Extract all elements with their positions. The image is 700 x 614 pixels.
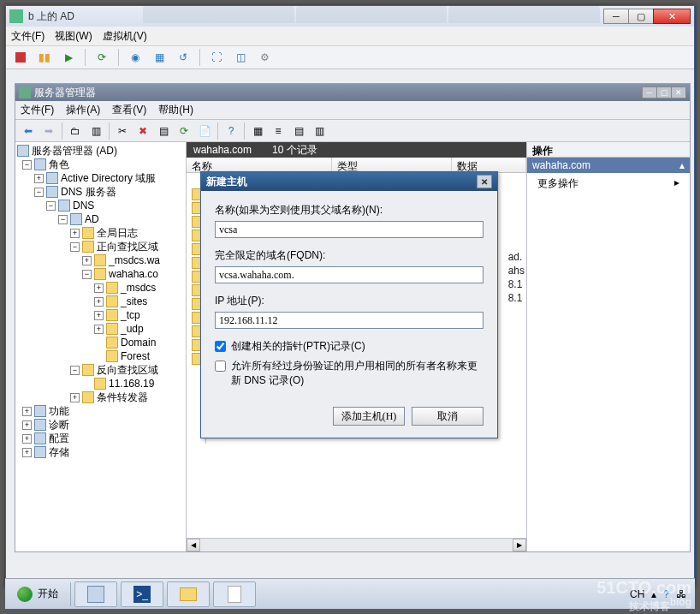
help-tray-icon[interactable]: ? [663,588,669,600]
server-icon [17,145,29,157]
expand-toggle[interactable]: + [94,297,104,307]
nav-forward-button[interactable]: ➡ [39,122,58,140]
delete-button[interactable]: ✖ [133,122,152,140]
system-tray[interactable]: CH ▴ ? 🖧 [630,588,691,600]
expand-toggle[interactable]: + [22,420,32,430]
start-button[interactable]: 开始 [9,582,67,606]
content-panel: wahaha.com 10 个记录 名称 类型 数据 ad.ahs8.18.1 … [187,142,527,551]
expand-toggle[interactable]: + [94,311,104,320]
horizontal-scrollbar[interactable]: ◀ ▶ [187,538,526,551]
expand-toggle[interactable]: − [46,201,56,211]
expand-toggle[interactable]: − [82,270,92,279]
inner-maximize-button[interactable]: ▢ [656,86,672,98]
menu-vm[interactable]: 虚拟机(V) [103,29,147,44]
scroll-right-button[interactable]: ▶ [513,539,526,551]
more-actions-item[interactable]: 更多操作▸ [527,173,690,194]
roles-icon [34,158,46,170]
expand-toggle[interactable]: + [22,448,32,457]
create-ptr-checkbox[interactable] [215,341,226,352]
actions-zone-header[interactable]: wahaha.com ▴ [527,158,690,173]
columns-button[interactable]: ▥ [310,122,329,140]
navigation-tree[interactable]: 服务器管理器 (AD) −角色 +Active Directory 域服 −DN… [15,142,187,551]
stop-button[interactable] [11,48,30,67]
snapshot-manager-button[interactable]: ▦ [150,48,169,67]
task-powershell[interactable]: >_ [121,581,163,607]
server-manager-window: 服务器管理器 ─ ▢ ✕ 文件(F) 操作(A) 查看(V) 帮助(H) ⬅ ➡… [15,83,691,552]
expand-toggle[interactable]: − [70,366,80,375]
nav-back-button[interactable]: ⬅ [19,122,38,140]
zone-icon [94,268,106,280]
task-server-manager[interactable] [74,581,117,607]
expand-toggle[interactable]: + [22,434,32,444]
filter-button[interactable]: ▤ [289,122,308,140]
language-indicator[interactable]: CH [630,588,644,600]
taskbar[interactable]: 开始 >_ CH ▴ ? 🖧 [5,578,695,609]
settings-button[interactable]: ⚙ [255,48,274,67]
inner-menu-action[interactable]: 操作(A) [66,103,100,117]
detail-view-button[interactable]: ≡ [269,122,288,140]
expand-toggle[interactable]: − [34,188,44,197]
allow-update-checkbox[interactable] [215,361,226,372]
col-name[interactable]: 名称 [187,158,332,172]
peek-data: ad.ahs8.18.1 [508,250,525,305]
col-type[interactable]: 类型 [332,158,452,172]
inner-menu-view[interactable]: 查看(V) [112,103,146,117]
cancel-button[interactable]: 取消 [412,407,483,426]
features-icon [34,405,46,417]
task-notepad[interactable] [213,581,256,607]
pause-button[interactable]: ▮▮ [35,48,54,67]
show-hide-tree-button[interactable]: ▥ [86,122,105,140]
expand-toggle[interactable]: + [82,256,92,265]
folder-icon [106,309,118,321]
col-data[interactable]: 数据 [452,158,526,172]
ad-icon [46,172,58,184]
fullscreen-button[interactable]: ⛶ [207,48,226,67]
maximize-button[interactable]: ▢ [628,9,654,24]
host-name-input[interactable] [215,221,483,238]
unity-button[interactable]: ◫ [231,48,250,67]
expand-toggle[interactable]: + [70,229,80,238]
help-button[interactable]: ? [222,122,240,140]
up-button[interactable]: 🗀 [66,122,85,140]
records-list[interactable]: ad.ahs8.18.1 新建主机 ✕ 名称(如果为空则使用其父域名称)(N): [187,173,526,538]
dialog-titlebar[interactable]: 新建主机 ✕ [201,172,497,191]
list-view-button[interactable]: ▦ [248,122,267,140]
snapshot-button[interactable]: ◉ [126,48,145,67]
menu-file[interactable]: 文件(F) [11,29,44,44]
inner-titlebar[interactable]: 服务器管理器 ─ ▢ ✕ [15,84,690,101]
properties-button[interactable]: ▤ [154,122,173,140]
inner-close-button[interactable]: ✕ [671,86,686,98]
play-button[interactable]: ▶ [59,48,78,67]
inner-menu-help[interactable]: 帮助(H) [158,103,193,117]
tray-icon[interactable]: ▴ [651,588,656,600]
network-tray-icon[interactable]: 🖧 [676,588,686,600]
expand-toggle[interactable]: − [22,160,32,170]
add-host-button[interactable]: 添加主机(H) [333,407,405,426]
expand-toggle[interactable]: + [22,407,32,416]
inner-minimize-button[interactable]: ─ [642,86,657,98]
vm-main-window: b 上的 AD ─ ▢ ✕ 文件(F) 视图(W) 虚拟机(V) ▮▮ ▶ ⟳ … [5,5,695,587]
actions-panel: 操作 wahaha.com ▴ 更多操作▸ [527,142,690,551]
expand-toggle[interactable]: − [58,215,68,224]
revert-button[interactable]: ↺ [174,48,193,67]
expand-toggle[interactable]: + [34,174,44,183]
export-button[interactable]: 📄 [195,122,214,140]
collapse-icon[interactable]: ▴ [679,159,685,171]
inner-menu-file[interactable]: 文件(F) [21,103,54,117]
scroll-left-button[interactable]: ◀ [187,539,200,551]
expand-toggle[interactable]: + [94,325,104,334]
outer-menubar: 文件(F) 视图(W) 虚拟机(V) [6,27,694,45]
expand-toggle[interactable]: − [70,242,80,252]
expand-toggle[interactable]: + [94,283,104,293]
expand-toggle[interactable]: + [70,393,80,402]
ip-address-input[interactable] [215,312,483,329]
minimize-button[interactable]: ─ [603,9,629,24]
task-explorer[interactable] [167,581,210,607]
cut-button[interactable]: ✂ [113,122,132,140]
svg-rect-0 [9,9,23,23]
close-button[interactable]: ✕ [653,9,691,24]
menu-view[interactable]: 视图(W) [55,29,92,44]
refresh-inner-button[interactable]: ⟳ [175,122,193,140]
refresh-button[interactable]: ⟳ [92,48,111,67]
dialog-close-button[interactable]: ✕ [477,175,492,188]
